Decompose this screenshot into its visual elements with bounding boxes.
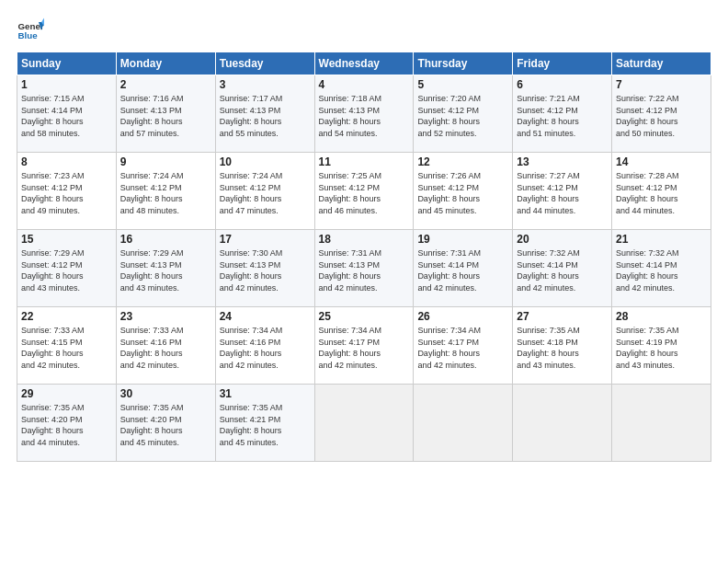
- cell-info: Sunrise: 7:30 AMSunset: 4:13 PMDaylight:…: [220, 247, 311, 293]
- day-number: 21: [616, 233, 707, 246]
- header-monday: Monday: [116, 52, 215, 75]
- day-number: 23: [120, 310, 211, 323]
- logo: General Blue: [17, 17, 44, 44]
- calendar-cell: [314, 385, 414, 462]
- calendar-cell: 7Sunrise: 7:22 AMSunset: 4:12 PMDaylight…: [612, 75, 711, 153]
- cell-info: Sunrise: 7:31 AMSunset: 4:14 PMDaylight:…: [417, 247, 508, 293]
- day-number: 24: [220, 310, 311, 323]
- calendar-cell: 1Sunrise: 7:15 AMSunset: 4:14 PMDaylight…: [17, 75, 117, 153]
- day-number: 8: [21, 155, 112, 168]
- page: General Blue SundayMondayTuesdayWednesda…: [0, 0, 728, 563]
- cell-info: Sunrise: 7:29 AMSunset: 4:12 PMDaylight:…: [21, 247, 112, 293]
- cell-info: Sunrise: 7:17 AMSunset: 4:13 PMDaylight:…: [220, 93, 311, 139]
- calendar-cell: [612, 385, 711, 462]
- cell-info: Sunrise: 7:33 AMSunset: 4:15 PMDaylight:…: [21, 325, 112, 371]
- day-number: 15: [21, 233, 112, 246]
- day-number: 7: [616, 78, 707, 91]
- calendar-cell: 22Sunrise: 7:33 AMSunset: 4:15 PMDayligh…: [17, 307, 117, 385]
- cell-info: Sunrise: 7:25 AMSunset: 4:12 PMDaylight:…: [319, 170, 410, 216]
- day-number: 12: [417, 155, 508, 168]
- calendar-cell: 5Sunrise: 7:20 AMSunset: 4:12 PMDaylight…: [414, 75, 513, 153]
- day-number: 26: [417, 310, 508, 323]
- calendar-cell: 29Sunrise: 7:35 AMSunset: 4:20 PMDayligh…: [17, 385, 117, 462]
- day-number: 9: [120, 155, 211, 168]
- calendar-cell: 6Sunrise: 7:21 AMSunset: 4:12 PMDaylight…: [513, 75, 612, 153]
- cell-info: Sunrise: 7:27 AMSunset: 4:12 PMDaylight:…: [517, 170, 608, 216]
- cell-info: Sunrise: 7:22 AMSunset: 4:12 PMDaylight:…: [616, 93, 707, 139]
- header-friday: Friday: [513, 52, 612, 75]
- calendar-cell: 17Sunrise: 7:30 AMSunset: 4:13 PMDayligh…: [215, 230, 314, 307]
- day-number: 28: [616, 310, 707, 323]
- day-number: 6: [517, 78, 608, 91]
- calendar-cell: 9Sunrise: 7:24 AMSunset: 4:12 PMDaylight…: [116, 153, 215, 230]
- header-wednesday: Wednesday: [314, 52, 414, 75]
- day-number: 1: [21, 78, 112, 91]
- day-number: 27: [517, 310, 608, 323]
- header-saturday: Saturday: [612, 52, 711, 75]
- day-number: 22: [21, 310, 112, 323]
- calendar-cell: 25Sunrise: 7:34 AMSunset: 4:17 PMDayligh…: [314, 307, 414, 385]
- calendar-cell: 2Sunrise: 7:16 AMSunset: 4:13 PMDaylight…: [116, 75, 215, 153]
- calendar-cell: 3Sunrise: 7:17 AMSunset: 4:13 PMDaylight…: [215, 75, 314, 153]
- calendar-cell: 12Sunrise: 7:26 AMSunset: 4:12 PMDayligh…: [414, 153, 513, 230]
- day-number: 19: [417, 233, 508, 246]
- calendar-cell: 19Sunrise: 7:31 AMSunset: 4:14 PMDayligh…: [414, 230, 513, 307]
- day-number: 14: [616, 155, 707, 168]
- calendar-cell: 21Sunrise: 7:32 AMSunset: 4:14 PMDayligh…: [612, 230, 711, 307]
- cell-info: Sunrise: 7:34 AMSunset: 4:17 PMDaylight:…: [319, 325, 410, 371]
- day-number: 17: [220, 233, 311, 246]
- calendar-table: SundayMondayTuesdayWednesdayThursdayFrid…: [17, 52, 711, 462]
- day-number: 16: [120, 233, 211, 246]
- day-number: 10: [220, 155, 311, 168]
- header-tuesday: Tuesday: [215, 52, 314, 75]
- cell-info: Sunrise: 7:28 AMSunset: 4:12 PMDaylight:…: [616, 170, 707, 216]
- cell-info: Sunrise: 7:32 AMSunset: 4:14 PMDaylight:…: [517, 247, 608, 293]
- calendar-cell: 30Sunrise: 7:35 AMSunset: 4:20 PMDayligh…: [116, 385, 215, 462]
- cell-info: Sunrise: 7:21 AMSunset: 4:12 PMDaylight:…: [517, 93, 608, 139]
- day-number: 18: [319, 233, 410, 246]
- header-row: SundayMondayTuesdayWednesdayThursdayFrid…: [17, 52, 711, 75]
- cell-info: Sunrise: 7:31 AMSunset: 4:13 PMDaylight:…: [319, 247, 410, 293]
- cell-info: Sunrise: 7:20 AMSunset: 4:12 PMDaylight:…: [417, 93, 508, 139]
- svg-text:Blue: Blue: [18, 30, 39, 40]
- header: General Blue: [17, 17, 711, 44]
- cell-info: Sunrise: 7:26 AMSunset: 4:12 PMDaylight:…: [417, 170, 508, 216]
- calendar-cell: 18Sunrise: 7:31 AMSunset: 4:13 PMDayligh…: [314, 230, 414, 307]
- week-row-3: 22Sunrise: 7:33 AMSunset: 4:15 PMDayligh…: [17, 307, 711, 385]
- cell-info: Sunrise: 7:35 AMSunset: 4:20 PMDaylight:…: [120, 402, 211, 448]
- day-number: 30: [120, 387, 211, 400]
- cell-info: Sunrise: 7:32 AMSunset: 4:14 PMDaylight:…: [616, 247, 707, 293]
- week-row-4: 29Sunrise: 7:35 AMSunset: 4:20 PMDayligh…: [17, 385, 711, 462]
- day-number: 4: [319, 78, 410, 91]
- calendar-cell: 11Sunrise: 7:25 AMSunset: 4:12 PMDayligh…: [314, 153, 414, 230]
- calendar-cell: 23Sunrise: 7:33 AMSunset: 4:16 PMDayligh…: [116, 307, 215, 385]
- cell-info: Sunrise: 7:33 AMSunset: 4:16 PMDaylight:…: [120, 325, 211, 371]
- cell-info: Sunrise: 7:35 AMSunset: 4:21 PMDaylight:…: [220, 402, 311, 448]
- general-blue-logo-icon: General Blue: [17, 17, 44, 44]
- day-number: 2: [120, 78, 211, 91]
- day-number: 5: [417, 78, 508, 91]
- cell-info: Sunrise: 7:24 AMSunset: 4:12 PMDaylight:…: [220, 170, 311, 216]
- day-number: 20: [517, 233, 608, 246]
- calendar-cell: 20Sunrise: 7:32 AMSunset: 4:14 PMDayligh…: [513, 230, 612, 307]
- cell-info: Sunrise: 7:34 AMSunset: 4:16 PMDaylight:…: [220, 325, 311, 371]
- cell-info: Sunrise: 7:34 AMSunset: 4:17 PMDaylight:…: [417, 325, 508, 371]
- calendar-cell: 4Sunrise: 7:18 AMSunset: 4:13 PMDaylight…: [314, 75, 414, 153]
- day-number: 31: [220, 387, 311, 400]
- calendar-cell: 26Sunrise: 7:34 AMSunset: 4:17 PMDayligh…: [414, 307, 513, 385]
- calendar-cell: 8Sunrise: 7:23 AMSunset: 4:12 PMDaylight…: [17, 153, 117, 230]
- calendar-cell: 10Sunrise: 7:24 AMSunset: 4:12 PMDayligh…: [215, 153, 314, 230]
- day-number: 29: [21, 387, 112, 400]
- calendar-cell: [513, 385, 612, 462]
- calendar-cell: 28Sunrise: 7:35 AMSunset: 4:19 PMDayligh…: [612, 307, 711, 385]
- cell-info: Sunrise: 7:35 AMSunset: 4:18 PMDaylight:…: [517, 325, 608, 371]
- day-number: 25: [319, 310, 410, 323]
- cell-info: Sunrise: 7:23 AMSunset: 4:12 PMDaylight:…: [21, 170, 112, 216]
- day-number: 11: [319, 155, 410, 168]
- cell-info: Sunrise: 7:16 AMSunset: 4:13 PMDaylight:…: [120, 93, 211, 139]
- cell-info: Sunrise: 7:35 AMSunset: 4:19 PMDaylight:…: [616, 325, 707, 371]
- calendar-cell: 31Sunrise: 7:35 AMSunset: 4:21 PMDayligh…: [215, 385, 314, 462]
- week-row-2: 15Sunrise: 7:29 AMSunset: 4:12 PMDayligh…: [17, 230, 711, 307]
- header-sunday: Sunday: [17, 52, 117, 75]
- week-row-1: 8Sunrise: 7:23 AMSunset: 4:12 PMDaylight…: [17, 153, 711, 230]
